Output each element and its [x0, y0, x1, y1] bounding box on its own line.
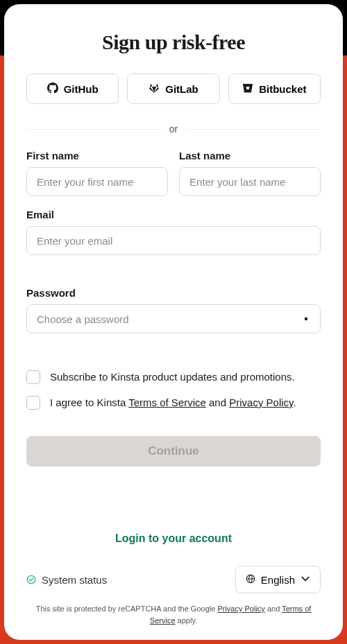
agree-mid: and: [206, 397, 229, 408]
tos-link[interactable]: Terms of Service: [128, 397, 206, 408]
chevron-down-icon: [301, 574, 310, 586]
signup-card: Sign up risk-free GitHub GitLab Bitbucke…: [4, 4, 343, 640]
email-field: Email: [26, 209, 321, 275]
github-button[interactable]: GitHub: [26, 73, 119, 104]
agree-row: I agree to Kinsta Terms of Service and P…: [26, 395, 321, 410]
recaptcha-prefix: This site is protected by reCAPTCHA and …: [36, 604, 218, 613]
privacy-link[interactable]: Privacy Policy: [229, 397, 293, 408]
gitlab-button[interactable]: GitLab: [127, 73, 219, 104]
bitbucket-button[interactable]: Bitbucket: [228, 73, 321, 104]
recaptcha-notice: This site is protected by reCAPTCHA and …: [26, 603, 321, 626]
github-icon: [47, 82, 58, 96]
page-title: Sign up risk-free: [26, 31, 321, 54]
password-input[interactable]: [26, 304, 321, 333]
status-label: System status: [42, 574, 107, 586]
recaptcha-privacy-link[interactable]: Privacy Policy: [217, 604, 264, 613]
name-row: First name Last name: [26, 150, 321, 209]
first-name-input[interactable]: [26, 167, 168, 196]
password-input-wrap: [26, 304, 321, 333]
last-name-input[interactable]: [179, 167, 321, 196]
github-label: GitHub: [64, 83, 99, 95]
login-link[interactable]: Login to your account: [26, 532, 321, 545]
divider: or: [26, 123, 321, 134]
agree-prefix: I agree to Kinsta: [50, 397, 128, 408]
globe-icon: [246, 574, 255, 586]
email-label: Email: [26, 209, 321, 220]
recaptcha-mid: and: [265, 604, 282, 613]
divider-line: [186, 129, 321, 130]
bitbucket-label: Bitbucket: [259, 83, 306, 95]
spacer: [26, 467, 321, 532]
language-label: English: [261, 574, 295, 586]
divider-line: [26, 129, 161, 130]
subscribe-row: Subscribe to Kinsta product updates and …: [26, 369, 321, 384]
status-ok-icon: [26, 575, 36, 584]
gitlab-icon: [149, 82, 160, 96]
continue-button[interactable]: Continue: [26, 436, 321, 467]
svg-point-0: [305, 317, 308, 321]
password-field: Password: [26, 287, 321, 353]
eye-icon[interactable]: [300, 313, 312, 325]
footer-row: System status English: [26, 566, 321, 593]
bitbucket-icon: [242, 82, 253, 96]
divider-text: or: [169, 123, 178, 134]
email-input[interactable]: [26, 226, 321, 255]
subscribe-checkbox[interactable]: [26, 370, 40, 384]
subscribe-label: Subscribe to Kinsta product updates and …: [50, 369, 295, 384]
agree-suffix: .: [293, 397, 296, 408]
first-name-label: First name: [26, 150, 168, 162]
agree-label: I agree to Kinsta Terms of Service and P…: [50, 395, 296, 410]
last-name-field: Last name: [179, 150, 321, 196]
system-status[interactable]: System status: [26, 574, 107, 586]
agree-checkbox[interactable]: [26, 396, 40, 410]
last-name-label: Last name: [179, 150, 321, 162]
gitlab-label: GitLab: [165, 83, 198, 95]
first-name-field: First name: [26, 150, 168, 196]
recaptcha-suffix: apply.: [176, 616, 198, 625]
oauth-row: GitHub GitLab Bitbucket: [26, 73, 321, 104]
language-selector[interactable]: English: [235, 566, 321, 593]
password-label: Password: [26, 287, 321, 299]
